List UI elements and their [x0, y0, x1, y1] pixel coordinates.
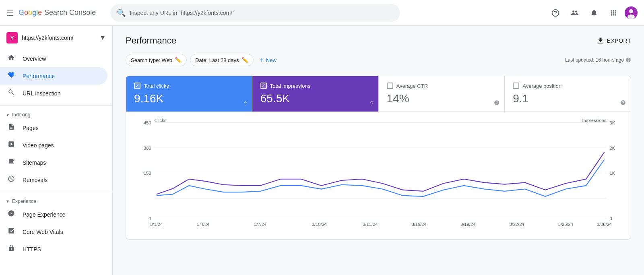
svg-text:3/16/24: 3/16/24 [412, 222, 427, 227]
removals-icon [6, 175, 16, 184]
user-avatar[interactable] [625, 6, 638, 19]
sidebar-item-url-inspection[interactable]: URL inspection [0, 85, 107, 102]
add-filter-button[interactable]: + New [257, 54, 280, 66]
average-position-card[interactable]: Average position 9.1 [505, 76, 631, 112]
home-icon [6, 54, 16, 63]
sidebar-item-performance[interactable]: Performance [0, 67, 107, 85]
sidebar-item-pages[interactable]: Pages [0, 119, 107, 136]
svg-text:3/10/24: 3/10/24 [312, 222, 327, 227]
total-impressions-value: 65.5K [260, 92, 370, 105]
svg-point-4 [627, 14, 635, 19]
sidebar-item-url-inspection-label: URL inspection [23, 90, 60, 97]
search-icon: 🔍 [117, 8, 126, 17]
total-clicks-checkbox[interactable]: ✓ [134, 83, 140, 89]
hamburger-menu-icon[interactable]: ☰ [6, 8, 14, 18]
core-web-vitals-icon [6, 227, 16, 236]
total-clicks-value: 9.16K [134, 92, 244, 105]
https-icon [6, 244, 16, 254]
total-impressions-checkbox[interactable]: ✓ [260, 83, 267, 89]
indexing-expand-icon: ▾ [6, 112, 9, 118]
sidebar-item-core-web-vitals[interactable]: Core Web Vitals [0, 223, 107, 240]
total-clicks-help-icon[interactable]: ? [244, 100, 247, 107]
search-inspect-icon [6, 89, 16, 98]
notifications-button[interactable] [586, 5, 602, 21]
site-selector[interactable]: Y https://y2kfonts.com/ ▼ [0, 29, 112, 50]
total-impressions-label: Total impressions [270, 83, 310, 89]
page-title: Performance [126, 35, 176, 46]
svg-text:300: 300 [144, 145, 151, 150]
average-position-header: Average position [513, 83, 623, 89]
sidebar-item-overview[interactable]: Overview [0, 50, 107, 67]
average-ctr-help-icon[interactable] [494, 100, 500, 107]
total-impressions-header: ✓ Total impressions [260, 83, 370, 89]
sidebar-item-https[interactable]: HTTPS [0, 240, 107, 258]
app-logo: Google Search Console [19, 8, 96, 17]
experience-expand-icon: ▾ [6, 198, 9, 204]
sidebar-item-page-experience[interactable]: Page Experience [0, 206, 107, 223]
svg-text:3/4/24: 3/4/24 [197, 222, 210, 227]
search-placeholder-text: Inspect any URL in "https://y2kfonts.com… [130, 10, 234, 16]
sidebar-item-sitemaps[interactable]: Sitemaps [0, 154, 107, 171]
sidebar-item-removals-label: Removals [23, 177, 47, 183]
sidebar-item-performance-label: Performance [23, 73, 55, 79]
average-ctr-card[interactable]: Average CTR 14% [379, 76, 505, 112]
svg-text:450: 450 [144, 120, 151, 125]
nav-divider-2 [0, 192, 112, 192]
sidebar-item-removals[interactable]: Removals [0, 171, 107, 188]
svg-text:3/1/24: 3/1/24 [150, 222, 163, 227]
svg-text:1K: 1K [610, 171, 615, 176]
experience-section-label[interactable]: ▾ Experience [0, 195, 112, 206]
site-url: https://y2kfonts.com/ [22, 35, 95, 41]
filter-bar: Search type: Web ✏️ Date: Last 28 days ✏… [126, 54, 631, 66]
sidebar-item-https-label: HTTPS [23, 246, 41, 252]
total-impressions-card[interactable]: ✓ Total impressions 65.5K ? [252, 76, 379, 112]
page-header: Performance EXPORT [126, 35, 631, 46]
sidebar-item-page-experience-label: Page Experience [23, 211, 66, 218]
chart-area: 450 300 150 0 3K 2K 1K 0 Clicks Impressi… [126, 112, 631, 240]
export-button[interactable]: EXPORT [597, 37, 631, 45]
add-filter-plus-icon: + [260, 56, 264, 64]
pages-icon [6, 123, 16, 132]
search-type-filter[interactable]: Search type: Web ✏️ [126, 54, 187, 66]
sidebar-item-video-pages-label: Video pages [23, 142, 54, 149]
svg-text:Clicks: Clicks [155, 118, 167, 123]
app-layout: Y https://y2kfonts.com/ ▼ Overview Perfo… [0, 26, 644, 275]
site-favicon: Y [6, 32, 18, 43]
svg-text:3/25/24: 3/25/24 [558, 222, 574, 227]
search-type-label: Search type: Web [131, 57, 172, 63]
export-icon [597, 37, 605, 45]
performance-icon [6, 71, 16, 81]
date-edit-icon: ✏️ [242, 57, 248, 63]
add-filter-label: New [266, 57, 277, 63]
search-type-edit-icon: ✏️ [175, 57, 182, 63]
average-position-checkbox[interactable] [513, 83, 519, 89]
manage-accounts-button[interactable] [567, 5, 583, 21]
impressions-line [157, 152, 605, 194]
total-impressions-help-icon[interactable]: ? [370, 100, 374, 107]
average-ctr-label: Average CTR [396, 83, 428, 89]
svg-text:150: 150 [144, 171, 151, 176]
clicks-line [157, 159, 605, 196]
svg-text:0: 0 [149, 216, 151, 221]
sidebar-item-video-pages[interactable]: Video pages [0, 136, 107, 154]
sidebar-item-core-web-vitals-label: Core Web Vitals [23, 229, 63, 235]
sidebar-item-sitemaps-label: Sitemaps [23, 159, 46, 166]
indexing-section-label[interactable]: ▾ Indexing [0, 109, 112, 119]
site-dropdown-icon: ▼ [99, 34, 106, 41]
total-clicks-header: ✓ Total clicks [134, 83, 244, 89]
topbar: ☰ Google Search Console 🔍 Inspect any UR… [0, 0, 644, 26]
google-apps-button[interactable] [605, 5, 621, 21]
svg-text:3/22/24: 3/22/24 [509, 222, 524, 227]
help-button[interactable] [547, 5, 564, 21]
url-inspection-search[interactable]: 🔍 Inspect any URL in "https://y2kfonts.c… [110, 4, 400, 22]
date-filter[interactable]: Date: Last 28 days ✏️ [190, 54, 253, 66]
nav-divider-1 [0, 105, 112, 105]
svg-text:3/7/24: 3/7/24 [254, 222, 267, 227]
average-position-help-icon[interactable] [620, 100, 626, 107]
average-position-value: 9.1 [513, 92, 623, 105]
svg-text:3/28/24: 3/28/24 [597, 222, 612, 227]
average-position-label: Average position [522, 83, 561, 89]
total-clicks-card[interactable]: ✓ Total clicks 9.16K ? [126, 76, 252, 112]
average-ctr-checkbox[interactable] [387, 83, 393, 89]
svg-point-3 [629, 9, 633, 13]
